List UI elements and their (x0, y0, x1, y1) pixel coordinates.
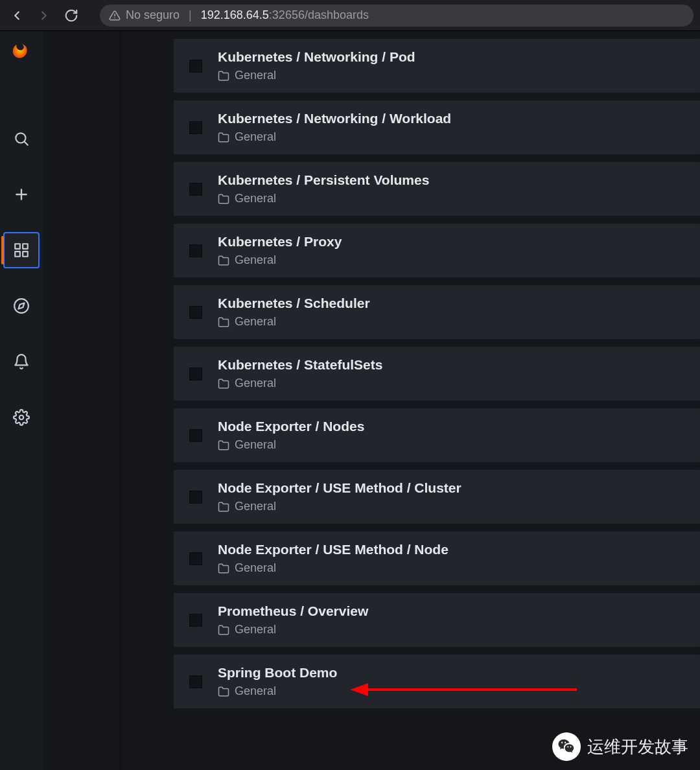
svg-rect-7 (23, 244, 28, 249)
browser-back-button[interactable] (6, 5, 27, 26)
dashboard-row[interactable]: Spring Boot DemoGeneral (174, 655, 700, 708)
dashboard-info: Kubernetes / Networking / PodGeneral (218, 49, 415, 82)
dashboard-checkbox[interactable] (189, 614, 202, 627)
dashboard-folder-label: General (235, 377, 276, 390)
folder-icon (218, 686, 229, 697)
dashboard-checkbox[interactable] (189, 244, 202, 257)
dashboard-folder[interactable]: General (218, 377, 382, 390)
dashboard-title[interactable]: Kubernetes / Persistent Volumes (218, 172, 429, 188)
dashboard-folder-label: General (235, 192, 276, 205)
svg-point-2 (16, 133, 25, 143)
folder-icon (218, 624, 229, 636)
dashboard-title[interactable]: Kubernetes / Scheduler (218, 296, 370, 311)
arrow-right-icon (37, 8, 51, 23)
arrow-left-icon (10, 8, 24, 23)
dashboard-folder[interactable]: General (218, 315, 370, 329)
dashboard-checkbox[interactable] (189, 491, 202, 504)
dashboard-title[interactable]: Node Exporter / Nodes (218, 419, 364, 434)
dashboard-folder-label: General (235, 253, 276, 267)
dashboard-folder[interactable]: General (218, 69, 415, 82)
dashboard-row[interactable]: Prometheus / OverviewGeneral (174, 593, 700, 647)
folder-icon (218, 439, 229, 451)
dashboard-title[interactable]: Kubernetes / Networking / Pod (218, 49, 415, 65)
dashboard-info: Kubernetes / StatefulSetsGeneral (218, 357, 382, 390)
dashboard-title[interactable]: Node Exporter / USE Method / Cluster (218, 480, 461, 496)
dashboard-folder[interactable]: General (218, 623, 368, 636)
dashboard-folder[interactable]: General (218, 438, 364, 452)
browser-url-bar[interactable]: No seguro | 192.168.64.5:32656/dashboard… (100, 5, 694, 27)
dashboard-checkbox[interactable] (189, 368, 202, 380)
svg-point-12 (19, 415, 24, 420)
dashboard-folder[interactable]: General (218, 130, 451, 144)
dashboard-folder-label: General (235, 623, 276, 636)
dashboard-row[interactable]: Node Exporter / USE Method / NodeGeneral (174, 531, 700, 585)
sidebar-item-explore[interactable] (3, 288, 40, 324)
dashboard-row[interactable]: Kubernetes / Networking / PodGeneral (174, 39, 700, 93)
search-icon (13, 130, 30, 147)
sidebar-item-dashboards[interactable] (3, 232, 40, 268)
dashboard-row[interactable]: Kubernetes / Persistent VolumesGeneral (174, 162, 700, 216)
url-text: 192.168.64.5:32656/dashboards (201, 8, 369, 22)
dashboard-info: Node Exporter / USE Method / ClusterGene… (218, 480, 461, 513)
dashboard-row[interactable]: Node Exporter / USE Method / ClusterGene… (174, 470, 700, 524)
dashboard-info: Kubernetes / Networking / WorkloadGenera… (218, 111, 451, 144)
dashboard-folder-label: General (235, 561, 276, 575)
dashboard-folder[interactable]: General (218, 561, 449, 575)
dashboard-folder[interactable]: General (218, 192, 429, 205)
dashboard-checkbox[interactable] (189, 183, 202, 196)
folder-icon (218, 255, 229, 266)
dashboard-row[interactable]: Kubernetes / ProxyGeneral (174, 224, 700, 277)
warning-icon (109, 10, 121, 21)
dashboard-info: Node Exporter / USE Method / NodeGeneral (218, 542, 449, 575)
dashboard-checkbox[interactable] (189, 121, 202, 134)
dashboard-folder[interactable]: General (218, 500, 461, 513)
sidebar-item-alerting[interactable] (3, 344, 40, 380)
dashboard-checkbox[interactable] (189, 675, 202, 688)
sidebar-item-configuration[interactable] (3, 399, 40, 436)
url-divider: | (186, 8, 194, 22)
sidebar-item-create[interactable] (3, 176, 40, 213)
sidebar (0, 31, 43, 770)
dashboard-checkbox[interactable] (189, 429, 202, 442)
dashboard-checkbox[interactable] (189, 552, 202, 565)
dashboard-info: Kubernetes / ProxyGeneral (218, 234, 342, 267)
svg-line-3 (25, 142, 28, 145)
dashboard-info: Prometheus / OverviewGeneral (218, 603, 368, 636)
browser-forward-button[interactable] (34, 5, 54, 26)
dashboard-list: Kubernetes / Networking / PodGeneralKube… (174, 39, 700, 708)
dashboard-checkbox[interactable] (189, 60, 202, 73)
url-host: 192.168.64.5 (201, 8, 269, 21)
left-panel (43, 31, 121, 770)
dashboard-checkbox[interactable] (189, 306, 202, 319)
dashboard-info: Node Exporter / NodesGeneral (218, 419, 364, 452)
dashboard-info: Kubernetes / SchedulerGeneral (218, 296, 370, 329)
grafana-logo-icon (10, 40, 33, 64)
browser-reload-button[interactable] (61, 5, 82, 26)
dashboard-folder[interactable]: General (218, 253, 342, 267)
grafana-logo[interactable] (8, 39, 34, 65)
dashboard-row[interactable]: Kubernetes / SchedulerGeneral (174, 285, 700, 339)
dashboard-row[interactable]: Node Exporter / NodesGeneral (174, 408, 700, 462)
folder-icon (218, 316, 229, 328)
svg-marker-11 (18, 303, 24, 309)
dashboard-title[interactable]: Spring Boot Demo (218, 665, 337, 681)
folder-icon (218, 70, 229, 82)
dashboard-title[interactable]: Kubernetes / StatefulSets (218, 357, 382, 373)
dashboard-title[interactable]: Node Exporter / USE Method / Node (218, 542, 449, 557)
sidebar-item-search[interactable] (3, 121, 40, 157)
dashboard-row[interactable]: Kubernetes / StatefulSetsGeneral (174, 347, 700, 401)
dashboard-folder-label: General (235, 130, 276, 144)
svg-point-10 (14, 299, 29, 313)
dashboard-row[interactable]: Kubernetes / Networking / WorkloadGenera… (174, 100, 700, 154)
folder-icon (218, 193, 229, 205)
folder-icon (218, 563, 229, 574)
insecure-label: No seguro (126, 8, 180, 22)
dashboards-icon (13, 242, 30, 259)
dashboard-folder-label: General (235, 438, 276, 452)
dashboard-title[interactable]: Kubernetes / Networking / Workload (218, 111, 451, 126)
main: Kubernetes / Networking / PodGeneralKube… (121, 31, 700, 770)
dashboard-folder-label: General (235, 500, 276, 513)
dashboard-title[interactable]: Kubernetes / Proxy (218, 234, 342, 250)
dashboard-title[interactable]: Prometheus / Overview (218, 603, 368, 619)
dashboard-folder[interactable]: General (218, 684, 337, 698)
